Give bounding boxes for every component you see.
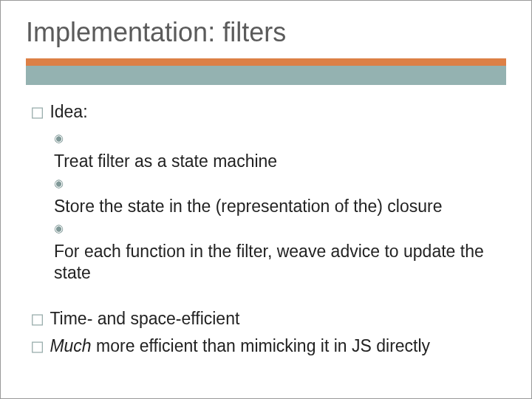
- bullet-label: Much more efficient than mimicking it in…: [50, 335, 505, 357]
- sub-item-text: Treat filter as a state machine: [54, 151, 487, 172]
- sub-item-text: Store the state in the (representation o…: [54, 196, 487, 217]
- square-bullet-icon: ◻: [30, 335, 45, 357]
- sub-item: ◉ For each function in the filter, weave…: [54, 219, 506, 284]
- dot-bullet-icon: ◉: [54, 131, 70, 145]
- accent-bar-orange: [26, 58, 506, 66]
- square-bullet-icon: ◻: [30, 101, 45, 123]
- sub-item: ◉ Treat filter as a state machine: [54, 129, 506, 172]
- dot-bullet-icon: ◉: [54, 221, 70, 235]
- square-bullet-icon: ◻: [30, 308, 45, 330]
- slide-body: ◻ Idea: ◉ Treat filter as a state machin…: [26, 101, 506, 357]
- bullet-label-rest: more efficient than mimicking it in JS d…: [92, 336, 430, 355]
- sub-item-text: For each function in the filter, weave a…: [54, 241, 487, 284]
- accent-bars: [26, 58, 506, 85]
- bullet-idea: ◻ Idea:: [30, 101, 506, 123]
- slide: Implementation: filters ◻ Idea: ◉ Treat …: [0, 0, 532, 399]
- bullet-time-space: ◻ Time- and space-efficient: [30, 308, 506, 330]
- sub-item: ◉ Store the state in the (representation…: [54, 174, 506, 217]
- bullet-efficient-js: ◻ Much more efficient than mimicking it …: [30, 335, 506, 357]
- dot-bullet-icon: ◉: [54, 176, 70, 190]
- bullet-label: Time- and space-efficient: [50, 308, 505, 330]
- italic-word: Much: [50, 336, 91, 355]
- accent-bar-grey: [26, 66, 506, 85]
- bullet-label: Idea:: [50, 101, 505, 123]
- slide-title: Implementation: filters: [26, 16, 506, 55]
- bullet-idea-sublist: ◉ Treat filter as a state machine ◉ Stor…: [54, 129, 506, 284]
